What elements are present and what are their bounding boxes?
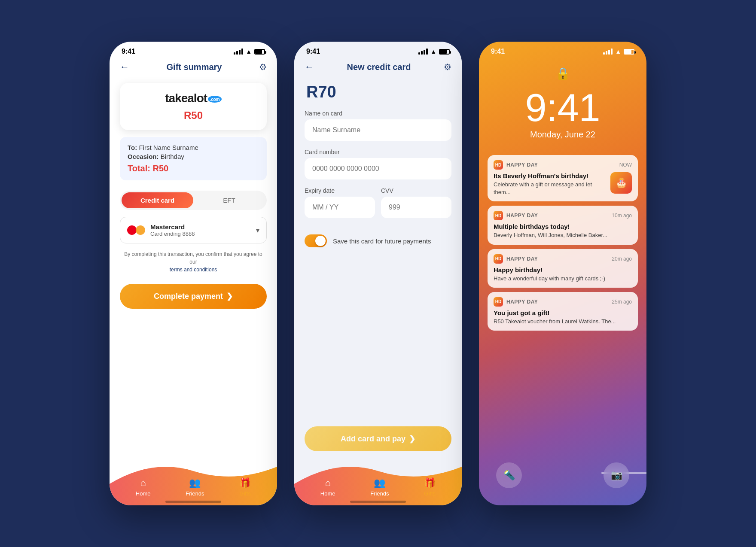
flashlight-icon: 🔦	[503, 470, 515, 481]
battery-icon-1	[254, 49, 265, 55]
total-value: R50	[153, 164, 169, 173]
takealot-dotcom: .com	[208, 96, 222, 103]
nav-items-1: ⌂ Home 👥 Friends 🎁 Gifts	[110, 477, 277, 497]
card-selector[interactable]: Mastercard Card ending 8888 ▾	[120, 217, 267, 243]
save-card-toggle[interactable]	[305, 234, 327, 247]
gear-icon-2[interactable]: ⚙	[444, 62, 451, 72]
notification-2[interactable]: HD HAPPY DAY 20m ago Happy birthday! Hav…	[488, 249, 638, 288]
expiry-form-group: Expiry date	[305, 187, 375, 218]
signal-icon-2	[418, 49, 428, 55]
flashlight-button[interactable]: 🔦	[496, 462, 522, 488]
notif-app-name-2: HAPPY DAY	[506, 256, 538, 262]
status-icons-1: ▲	[234, 48, 265, 55]
notif-content-0: Its Beverly Hoffman's birthday! Celebrat…	[494, 172, 632, 196]
expiry-input[interactable]	[305, 197, 375, 218]
notif-app-name-0: HAPPY DAY	[506, 162, 538, 168]
complete-payment-button[interactable]: Complete payment ❯	[120, 284, 267, 309]
notif-title-2: Happy birthday!	[494, 266, 632, 274]
notification-0[interactable]: HD HAPPY DAY NOW Its Beverly Hoffman's b…	[488, 155, 638, 201]
card-name: Mastercard	[150, 223, 251, 231]
expiry-cvv-row: Expiry date CVV	[305, 187, 451, 226]
expiry-label: Expiry date	[305, 187, 375, 194]
notif-app-name-3: HAPPY DAY	[506, 299, 538, 305]
form-section: Name on card Card number Expiry date CVV…	[294, 110, 462, 419]
notif-title-0: Its Beverly Hoffman's birthday!	[494, 172, 606, 179]
nav-home-1[interactable]: ⌂ Home	[136, 477, 151, 497]
notification-1[interactable]: HD HAPPY DAY 10m ago Multiple birthdays …	[488, 206, 638, 244]
notif-title-3: You just got a gift!	[494, 309, 632, 316]
header-1: ← Gift summary ⚙	[110, 58, 277, 76]
phone-lock-screen: 9:41 ▲ 🔒 9:41 Monday, June 22 HD HAPPY D…	[479, 42, 646, 505]
amount-display: R70	[294, 76, 462, 110]
status-bar-2: 9:41 ▲	[294, 42, 462, 58]
terms-link[interactable]: terms and conditions	[170, 267, 217, 273]
notif-app-name-1: HAPPY DAY	[506, 213, 538, 219]
notif-body-1: Beverly Hoffman, Will Jones, Michelle Ba…	[494, 231, 632, 239]
nav-friends-2[interactable]: 👥 Friends	[370, 477, 389, 497]
notif-time-0: NOW	[619, 162, 632, 168]
gift-amount: R50	[184, 109, 203, 122]
payment-amount: R70	[306, 83, 450, 101]
occasion-info: Occasion: Birthday	[128, 153, 259, 160]
friends-label-1: Friends	[186, 490, 204, 497]
lock-content: 🔒 9:41 Monday, June 22	[479, 58, 646, 148]
notif-body-0: Celebrate with a gift or message and let…	[494, 181, 606, 196]
gift-logo-card: takealot.com R50	[120, 83, 267, 130]
camera-button[interactable]: 📷	[604, 462, 629, 488]
card-number: Card ending 8888	[150, 231, 251, 237]
notif-app-icon-0: HD	[494, 160, 503, 170]
home-label-2: Home	[320, 490, 335, 497]
status-time-3: 9:41	[491, 48, 505, 55]
status-time-2: 9:41	[306, 48, 320, 55]
occasion-value: Birthday	[161, 153, 184, 160]
home-icon-1: ⌂	[140, 477, 146, 489]
nav-home-2[interactable]: ⌂ Home	[320, 477, 335, 497]
status-icons-2: ▲	[418, 48, 450, 55]
wifi-icon-1: ▲	[246, 48, 252, 55]
recipient-name: First Name Surname	[139, 144, 198, 151]
eft-tab[interactable]: EFT	[193, 192, 265, 208]
notif-time-3: 25m ago	[612, 299, 632, 305]
card-number-form-group: Card number	[305, 149, 451, 179]
notif-title-1: Multiple birthdays today!	[494, 223, 632, 230]
chevron-down-icon: ▾	[256, 226, 259, 234]
header-2: ← New credit card ⚙	[294, 58, 462, 76]
nav-gifts-1[interactable]: 🎁 Gifts	[239, 477, 251, 497]
cvv-input[interactable]	[381, 197, 451, 218]
notif-header-0: HD HAPPY DAY NOW	[494, 160, 632, 170]
screen-content-1: takealot.com R50 To: First Name Surname …	[110, 76, 277, 458]
nav-items-2: ⌂ Home 👥 Friends 🎁 Gifts	[294, 477, 462, 497]
cvv-label: CVV	[381, 187, 451, 194]
lock-date: Monday, June 22	[530, 130, 595, 140]
nav-friends-1[interactable]: 👥 Friends	[186, 477, 204, 497]
notif-body-2: Have a wonderful day with many gift card…	[494, 275, 632, 283]
mastercard-logo	[127, 224, 145, 236]
notif-app-info-2: HD HAPPY DAY	[494, 254, 538, 264]
gift-info-box: To: First Name Surname Occasion: Birthda…	[120, 137, 267, 180]
gifts-icon-1: 🎁	[239, 477, 251, 489]
name-input[interactable]	[305, 119, 451, 141]
notification-3[interactable]: HD HAPPY DAY 25m ago You just got a gift…	[488, 292, 638, 331]
friends-icon-2: 👥	[374, 477, 385, 489]
gear-icon-1[interactable]: ⚙	[259, 62, 267, 72]
home-label-1: Home	[136, 490, 151, 497]
friends-icon-1: 👥	[189, 477, 201, 489]
status-icons-3: ▲	[603, 48, 634, 55]
camera-icon: 📷	[611, 470, 622, 481]
notif-time-2: 20m ago	[612, 256, 632, 262]
lock-bottom: 🔦 📷	[479, 454, 646, 505]
total-info: Total: R50	[128, 164, 259, 173]
lock-time: 9:41	[525, 88, 600, 127]
back-button-2[interactable]: ←	[305, 61, 314, 73]
home-indicator-2	[350, 501, 406, 503]
lock-icon: 🔒	[555, 67, 570, 81]
notif-header-3: HD HAPPY DAY 25m ago	[494, 297, 632, 307]
nav-gifts-2[interactable]: 🎁 Gifts	[424, 477, 436, 497]
notif-app-info-0: HD HAPPY DAY	[494, 160, 538, 170]
phone-gift-summary: 9:41 ▲ ← Gift summary ⚙ takealot.com R50	[110, 42, 277, 505]
back-button-1[interactable]: ←	[120, 61, 129, 73]
card-number-input[interactable]	[305, 158, 451, 179]
signal-icon-1	[234, 49, 243, 55]
credit-card-tab[interactable]: Credit card	[122, 192, 193, 208]
add-card-button[interactable]: Add card and pay ❯	[305, 426, 451, 451]
